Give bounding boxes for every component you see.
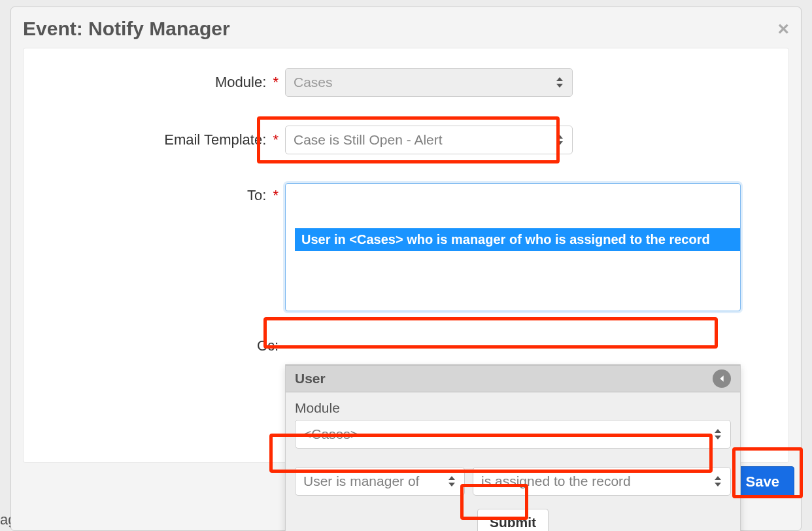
chevron-updown-icon bbox=[713, 429, 722, 439]
event-modal: Event: Notify Manager × Module: * Cases … bbox=[10, 7, 802, 531]
modal-title: Event: Notify Manager bbox=[23, 18, 230, 40]
required-asterisk: * bbox=[273, 131, 279, 148]
row-email-template: Email Template: * Case is Still Open - A… bbox=[50, 126, 762, 154]
chevron-updown-icon bbox=[713, 476, 722, 487]
cc-relation-2-value: is assigned to the record bbox=[481, 473, 631, 489]
email-template-select[interactable]: Case is Still Open - Alert bbox=[285, 126, 573, 154]
modal-header: Event: Notify Manager × bbox=[23, 18, 789, 40]
label-module: Module: * bbox=[50, 74, 285, 91]
required-asterisk: * bbox=[273, 187, 279, 203]
submit-button[interactable]: Submit bbox=[477, 509, 549, 531]
cc-module-label: Module bbox=[295, 400, 731, 416]
row-cc: Cc: bbox=[50, 337, 762, 354]
chevron-updown-icon bbox=[555, 135, 564, 145]
label-to: To: * bbox=[50, 183, 285, 204]
row-to: To: * User in <Cases> who is manager of … bbox=[50, 183, 762, 311]
to-recipient-chip[interactable]: User in <Cases> who is manager of who is… bbox=[295, 228, 740, 251]
cc-relation-row: User is manager of is assigned to the re… bbox=[295, 467, 731, 496]
cc-relation-1-value: User is manager of bbox=[303, 473, 419, 489]
cc-picker-title: User bbox=[295, 371, 326, 386]
cc-picker-body: Module <Cases> User is manager of is ass… bbox=[286, 392, 740, 531]
cc-module-value: <Cases> bbox=[303, 426, 358, 442]
cc-picker-header: User bbox=[286, 365, 740, 392]
chevron-updown-icon bbox=[447, 476, 456, 487]
label-cc: Cc: bbox=[50, 337, 285, 354]
label-module-text: Module: bbox=[215, 74, 266, 90]
label-email-template: Email Template: * bbox=[50, 131, 285, 148]
cc-picker-panel: User Module <Cases> User is manager of bbox=[285, 364, 741, 531]
form-panel: Module: * Cases Email Template: * Case i… bbox=[23, 48, 789, 463]
label-email-template-text: Email Template: bbox=[164, 131, 266, 148]
cc-relation-select-1[interactable]: User is manager of bbox=[295, 467, 465, 496]
chevron-updown-icon bbox=[555, 77, 564, 88]
back-icon[interactable] bbox=[713, 369, 731, 388]
label-to-text: To: bbox=[247, 187, 266, 203]
close-icon[interactable]: × bbox=[777, 19, 789, 39]
cc-relation-select-2[interactable]: is assigned to the record bbox=[473, 467, 731, 496]
to-input[interactable]: User in <Cases> who is manager of who is… bbox=[285, 183, 741, 311]
required-asterisk: * bbox=[273, 74, 279, 90]
email-template-value: Case is Still Open - Alert bbox=[294, 132, 443, 148]
cc-module-select[interactable]: <Cases> bbox=[295, 420, 731, 449]
module-select-value: Cases bbox=[294, 75, 333, 90]
row-module: Module: * Cases bbox=[50, 68, 762, 97]
module-select[interactable]: Cases bbox=[285, 68, 573, 97]
label-cc-text: Cc: bbox=[257, 337, 279, 354]
